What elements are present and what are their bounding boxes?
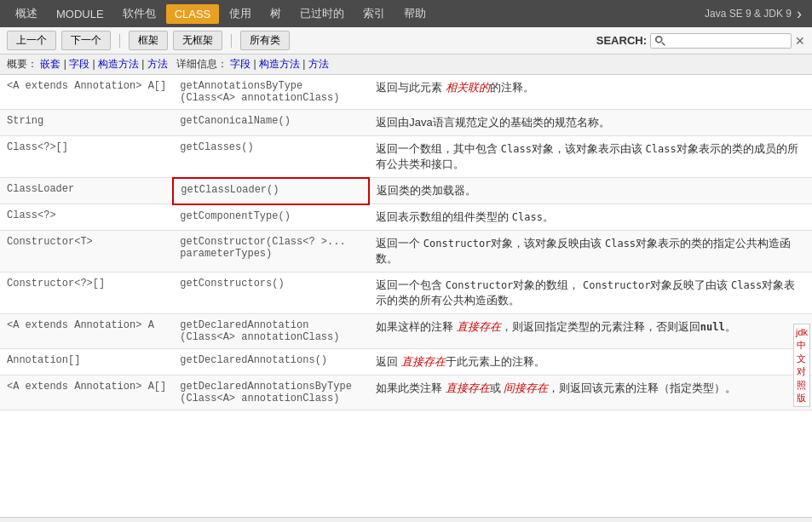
separator-1 bbox=[119, 34, 120, 48]
detail-constructor[interactable]: 构造方法 bbox=[259, 58, 300, 70]
version-info: Java SE 9 & JDK 9 bbox=[705, 8, 792, 20]
table-row: Class<?>getComponentType()返回表示数组的组件类型的 C… bbox=[0, 204, 812, 231]
method-name[interactable]: getConstructor(Class<? >... parameterTyp… bbox=[173, 231, 369, 272]
nav-item-class[interactable]: CLASS bbox=[166, 4, 220, 24]
search-clear-button[interactable]: ✕ bbox=[795, 34, 805, 48]
method-name[interactable]: getDeclaredAnnotationsByType (Class<A> a… bbox=[173, 376, 369, 410]
return-type: ClassLoader bbox=[0, 178, 173, 204]
search-label: SEARCH: bbox=[596, 34, 647, 47]
method-name[interactable]: getDeclaredAnnotation (Class<A> annotati… bbox=[173, 314, 369, 349]
nav-item-help[interactable]: 帮助 bbox=[395, 3, 435, 25]
nav-item-use[interactable]: 使用 bbox=[221, 3, 260, 25]
return-type: Constructor<T> bbox=[0, 231, 173, 272]
table-row: <A extends Annotation> AgetDeclaredAnnot… bbox=[0, 314, 812, 349]
noframe-button[interactable]: 无框架 bbox=[173, 31, 222, 50]
return-type: Annotation[] bbox=[0, 349, 173, 376]
table-row: <A extends Annotation> A[]getDeclaredAnn… bbox=[0, 376, 812, 410]
method-name[interactable]: getComponentType() bbox=[173, 204, 369, 231]
method-name[interactable]: getClasses() bbox=[173, 136, 369, 178]
summary-prefix: 概要： bbox=[7, 58, 37, 70]
search-input[interactable] bbox=[668, 35, 787, 47]
api-table: <A extends Annotation> A[]getAnnotations… bbox=[0, 75, 812, 410]
return-type: String bbox=[0, 110, 173, 136]
nav-item-package[interactable]: 软件包 bbox=[114, 3, 164, 25]
return-type: Constructor<?>[] bbox=[0, 272, 173, 314]
main-content: <A extends Annotation> A[]getAnnotations… bbox=[0, 75, 812, 517]
search-icon bbox=[654, 35, 666, 47]
allclasses-button[interactable]: 所有类 bbox=[240, 31, 290, 50]
search-box-container bbox=[650, 33, 792, 49]
nav-item-index[interactable]: 索引 bbox=[354, 3, 394, 25]
frame-button[interactable]: 框架 bbox=[129, 31, 168, 50]
svg-point-0 bbox=[656, 36, 662, 42]
method-description: 返回 直接存在于此元素上的注释。 bbox=[369, 349, 812, 376]
table-row: Class<?>[]getClasses()返回一个数组，其中包含 Class对… bbox=[0, 136, 812, 178]
method-name[interactable]: getClassLoader() bbox=[173, 178, 369, 204]
method-name[interactable]: getConstructors() bbox=[173, 272, 369, 314]
nav-scroll-right[interactable]: › bbox=[793, 5, 805, 23]
method-description: 返回一个 Constructor对象，该对象反映由该 Class对象表示的类的指… bbox=[369, 231, 812, 272]
method-description: 返回由Java语言规范定义的基础类的规范名称。 bbox=[369, 110, 812, 136]
method-description: 返回类的类加载器。 bbox=[369, 178, 812, 204]
prev-button[interactable]: 上一个 bbox=[7, 31, 56, 50]
return-type: <A extends Annotation> A[] bbox=[0, 376, 173, 410]
method-description: 返回一个包含 Constructor对象的数组， Constructor对象反映… bbox=[369, 272, 812, 314]
table-row: StringgetCanonicalName()返回由Java语言规范定义的基础… bbox=[0, 110, 812, 136]
return-type: <A extends Annotation> A bbox=[0, 314, 173, 349]
toolbar: 上一个 下一个 框架 无框架 所有类 SEARCH: ✕ bbox=[0, 27, 812, 54]
summary-method[interactable]: 方法 bbox=[147, 58, 168, 70]
method-name[interactable]: getCanonicalName() bbox=[173, 110, 369, 136]
table-row: <A extends Annotation> A[]getAnnotations… bbox=[0, 75, 812, 110]
method-name[interactable]: getDeclaredAnnotations() bbox=[173, 349, 369, 376]
separator-2 bbox=[231, 34, 232, 48]
detail-field[interactable]: 字段 bbox=[230, 58, 251, 70]
summary-field[interactable]: 字段 bbox=[69, 58, 89, 70]
summary-nested[interactable]: 嵌套 bbox=[40, 58, 60, 70]
return-type: Class<?> bbox=[0, 204, 173, 231]
nav-item-overview[interactable]: 概述 bbox=[7, 3, 46, 25]
summary-constructor[interactable]: 构造方法 bbox=[98, 58, 139, 70]
method-name[interactable]: getAnnotationsByType (Class<A> annotatio… bbox=[173, 75, 369, 110]
method-description: 返回表示数组的组件类型的 Class。 bbox=[369, 204, 812, 231]
search-area: SEARCH: ✕ bbox=[596, 33, 805, 49]
table-row: Annotation[]getDeclaredAnnotations()返回 直… bbox=[0, 349, 812, 376]
table-row: Constructor<T>getConstructor(Class<? >..… bbox=[0, 231, 812, 272]
nav-item-deprecated[interactable]: 已过时的 bbox=[291, 3, 353, 25]
detail-method[interactable]: 方法 bbox=[308, 58, 329, 70]
method-description: 如果这样的注释 直接存在，则返回指定类型的元素注释，否则返回null。 bbox=[369, 314, 812, 349]
top-navigation: 概述 MODULE 软件包 CLASS 使用 树 已过时的 索引 帮助 Java… bbox=[0, 0, 812, 27]
return-type: Class<?>[] bbox=[0, 136, 173, 178]
method-description: 返回一个数组，其中包含 Class对象，该对象表示由该 Class对象表示的类的… bbox=[369, 136, 812, 178]
bottom-bar: https://blog.csdn.net/weixin_45158... bbox=[0, 517, 812, 522]
return-type: <A extends Annotation> A[] bbox=[0, 75, 173, 110]
nav-item-tree[interactable]: 树 bbox=[262, 3, 290, 25]
method-description: 返回与此元素 相关联的的注释。 bbox=[369, 75, 812, 110]
next-button[interactable]: 下一个 bbox=[61, 31, 111, 50]
table-row: ClassLoadergetClassLoader()返回类的类加载器。 bbox=[0, 178, 812, 204]
table-row: Constructor<?>[]getConstructors()返回一个包含 … bbox=[0, 272, 812, 314]
nav-item-module[interactable]: MODULE bbox=[48, 4, 112, 24]
method-description: 如果此类注释 直接存在或 间接存在，则返回该元素的注释（指定类型）。 bbox=[369, 376, 812, 410]
svg-line-1 bbox=[662, 42, 665, 45]
summary-bar: 概要： 嵌套 | 字段 | 构造方法 | 方法 详细信息： 字段 | 构造方法 … bbox=[0, 54, 812, 75]
right-annotation: jdk 中 文 对 照 版 bbox=[793, 324, 810, 407]
